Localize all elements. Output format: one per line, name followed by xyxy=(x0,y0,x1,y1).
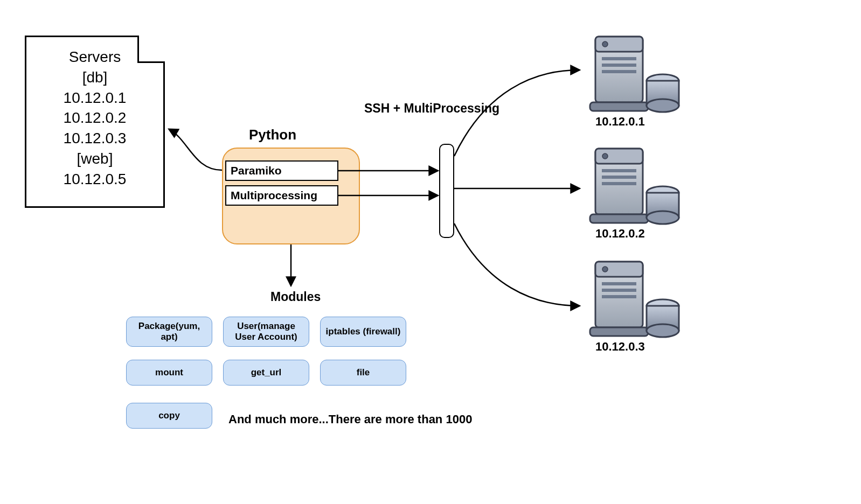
svg-rect-10 xyxy=(595,149,643,214)
multiprocessing-label: Multiprocessing xyxy=(225,185,338,206)
svg-point-2 xyxy=(602,41,608,47)
svg-rect-15 xyxy=(602,182,636,185)
module-file: file xyxy=(320,360,406,386)
svg-point-7 xyxy=(647,74,679,87)
servers-ip-4: 10.12.0.5 xyxy=(32,169,158,190)
svg-rect-5 xyxy=(602,70,636,73)
servers-group-web: [web] xyxy=(32,149,158,169)
python-title: Python xyxy=(249,127,296,143)
servers-document: Servers [db] 10.12.0.1 10.12.0.2 10.12.0… xyxy=(25,36,165,208)
servers-ip-2: 10.12.0.2 xyxy=(32,108,158,128)
module-get-url: get_url xyxy=(223,360,309,386)
svg-point-27 xyxy=(647,299,679,312)
paramiko-label: Paramiko xyxy=(225,160,338,181)
svg-rect-13 xyxy=(602,169,636,172)
svg-rect-26 xyxy=(590,327,648,336)
svg-rect-14 xyxy=(602,176,636,179)
servers-content: Servers [db] 10.12.0.1 10.12.0.2 10.12.0… xyxy=(26,37,163,199)
server-icon-3 xyxy=(579,252,698,338)
module-iptables: iptables (firewall) xyxy=(320,317,406,347)
svg-point-9 xyxy=(647,99,679,112)
server-1-label: 10.12.0.1 xyxy=(595,115,645,129)
svg-point-29 xyxy=(647,324,679,337)
svg-rect-11 xyxy=(595,149,643,164)
servers-title: Servers xyxy=(32,47,158,67)
svg-rect-28 xyxy=(647,306,679,331)
ssh-multiprocessing-label: SSH + MultiProcessing xyxy=(364,101,499,116)
server-icon-1 xyxy=(579,27,698,113)
module-mount: mount xyxy=(126,360,212,386)
svg-rect-20 xyxy=(595,262,643,327)
module-copy: copy xyxy=(126,403,212,429)
servers-group-db: [db] xyxy=(32,67,158,88)
svg-rect-3 xyxy=(602,57,636,60)
svg-rect-8 xyxy=(647,81,679,106)
svg-rect-25 xyxy=(602,295,636,298)
svg-rect-16 xyxy=(590,214,648,223)
svg-rect-1 xyxy=(595,37,643,52)
svg-rect-6 xyxy=(590,102,648,111)
server-icon-2 xyxy=(579,139,698,225)
svg-rect-23 xyxy=(602,282,636,285)
svg-rect-18 xyxy=(647,193,679,218)
module-package: Package(yum, apt) xyxy=(126,317,212,347)
modules-more-text: And much more...There are more than 1000 xyxy=(228,412,472,426)
server-3-label: 10.12.0.3 xyxy=(595,340,645,354)
svg-rect-4 xyxy=(602,64,636,67)
svg-rect-24 xyxy=(602,289,636,292)
svg-point-19 xyxy=(647,211,679,224)
connection-bus xyxy=(439,144,454,238)
svg-rect-0 xyxy=(595,37,643,102)
svg-point-22 xyxy=(602,267,608,272)
servers-ip-1: 10.12.0.1 xyxy=(32,88,158,108)
svg-point-12 xyxy=(602,153,608,159)
module-user: User(manage User Account) xyxy=(223,317,309,347)
server-2-label: 10.12.0.2 xyxy=(595,227,645,241)
modules-title: Modules xyxy=(270,290,321,304)
svg-rect-21 xyxy=(595,262,643,277)
svg-point-17 xyxy=(647,186,679,199)
servers-ip-3: 10.12.0.3 xyxy=(32,128,158,149)
